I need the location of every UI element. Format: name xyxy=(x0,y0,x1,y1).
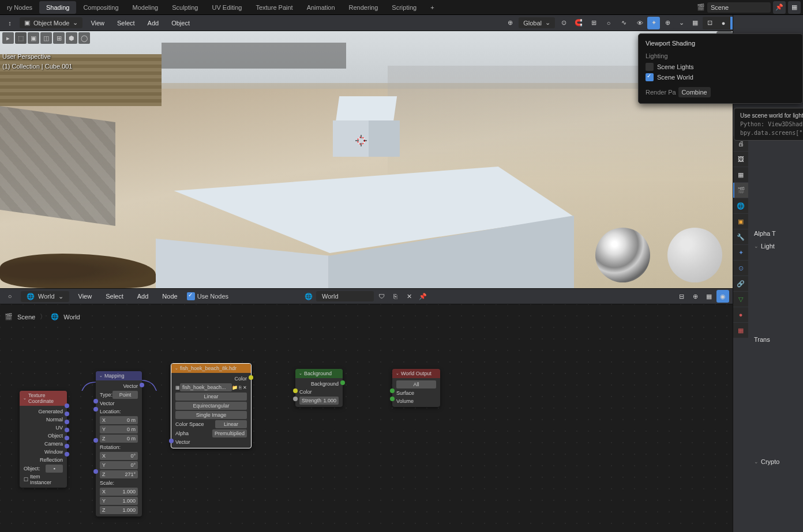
world-name-field[interactable]: World xyxy=(316,291,374,301)
visibility-icon[interactable]: 👁 xyxy=(633,17,646,29)
prop-tab-texture[interactable]: ▦ xyxy=(733,323,748,338)
select-invert-icon[interactable]: ◫ xyxy=(40,32,52,44)
editor-type-icon[interactable]: ↕ xyxy=(3,17,16,29)
node-menu-node[interactable]: Node xyxy=(157,291,182,301)
cube-large-selected[interactable] xyxy=(153,167,574,288)
prop-crypto[interactable]: ⌄Crypto xyxy=(752,455,800,468)
properties-tabs: 🖨 🖼 ▦ 🎬 🌐 ▣ 🔧 ✦ ⊙ 🔗 ▽ ● ▦ xyxy=(733,136,748,338)
unlink-world-icon[interactable]: ✕ xyxy=(403,290,415,303)
workspace-tab-sculpting[interactable]: Sculpting xyxy=(165,1,205,14)
prop-tab-viewlayer[interactable]: ▦ xyxy=(733,167,748,182)
prop-tab-data[interactable]: ▽ xyxy=(733,292,748,307)
workspace-tab-scripting[interactable]: Scripting xyxy=(385,1,423,14)
node-shading-icon[interactable]: ◉ xyxy=(716,290,729,303)
cursor-tool-icon[interactable]: ▸ xyxy=(2,32,14,44)
shading-wireframe[interactable]: ⊡ xyxy=(703,17,716,29)
node-mapping[interactable]: ⌄Mapping Vector Type:Point Vector Locati… xyxy=(96,371,142,516)
node-environment-texture[interactable]: ⌄fish_hoek_beach_8k.hdr Color ▦fish_hoek… xyxy=(171,363,252,448)
xray-icon[interactable]: ▦ xyxy=(689,17,701,29)
chevron-down-icon: ⌄ xyxy=(73,19,78,27)
menu-add[interactable]: Add xyxy=(143,18,164,28)
node-editor-type-icon[interactable]: ○ xyxy=(3,290,16,303)
prop-tab-material[interactable]: ● xyxy=(733,307,748,322)
select-lasso-icon[interactable]: ⬢ xyxy=(66,32,77,44)
selection-tools: ▸ ⬚ ▣ ◫ ⊞ ⬢ ◯ xyxy=(2,32,90,44)
workspace-tab-rendering[interactable]: Rendering xyxy=(342,1,385,14)
node-background[interactable]: ⌄Background Background Color Strength1.0… xyxy=(295,369,343,407)
shader-type-dropdown[interactable]: 🌐 World ⌄ xyxy=(21,291,69,302)
overlay-dd-icon[interactable]: ⌄ xyxy=(675,17,688,29)
gizmo-icon[interactable]: ✦ xyxy=(647,17,660,29)
node-menu-view[interactable]: View xyxy=(74,291,97,301)
pin-world-icon[interactable]: 🛡 xyxy=(375,290,388,303)
select-circle-icon[interactable]: ◯ xyxy=(78,32,90,44)
proportional-type-icon[interactable]: ∿ xyxy=(617,17,630,29)
prop-tab-output[interactable]: 🖼 xyxy=(733,152,748,167)
workspace-tabs-bar: ry NodesShadingCompositingModelingSculpt… xyxy=(0,0,803,15)
workspace-tab-modeling[interactable]: Modeling xyxy=(126,1,166,14)
snap-type-icon[interactable]: ⊞ xyxy=(587,17,600,29)
use-nodes-checkbox[interactable]: Use Nodes xyxy=(187,292,228,300)
overlay-icon[interactable]: ⊕ xyxy=(661,17,674,29)
workspace-tab-uv-editing[interactable]: UV Editing xyxy=(205,1,249,14)
pin-icon[interactable]: 📌 xyxy=(416,290,429,303)
world-icon: 🌐 xyxy=(27,293,35,300)
scene-lights-checkbox[interactable]: Scene Lights xyxy=(646,63,796,71)
3d-cursor-icon xyxy=(354,134,368,148)
node-overlay-icon[interactable]: ▦ xyxy=(703,290,715,303)
orientation-icon[interactable]: ⊕ xyxy=(504,17,516,29)
prop-tab-world[interactable]: 🌐 xyxy=(733,198,748,213)
scene-name-field[interactable]: Scene xyxy=(707,2,771,13)
scene-world-checkbox[interactable]: Scene World xyxy=(646,73,796,81)
menu-view[interactable]: View xyxy=(86,18,109,28)
lighting-section-label: Lighting xyxy=(646,52,796,59)
prop-tab-object[interactable]: ▣ xyxy=(733,214,748,229)
prop-tab-modifier[interactable]: 🔧 xyxy=(733,229,748,244)
cube-small[interactable] xyxy=(332,96,401,157)
pin-icon[interactable]: 📌 xyxy=(773,1,786,14)
add-workspace-button[interactable]: + xyxy=(423,1,441,14)
shading-solid[interactable]: ● xyxy=(716,17,730,29)
chevron-down-icon: ⌄ xyxy=(58,293,63,300)
mode-select[interactable]: ▣ Object Mode ⌄ xyxy=(20,17,82,28)
node-menu-add[interactable]: Add xyxy=(133,291,153,301)
prop-alpha[interactable]: Alpha T xyxy=(752,227,800,240)
snap-icon[interactable]: 🧲 xyxy=(572,17,585,29)
node-hide-icon[interactable]: ⊟ xyxy=(675,290,688,303)
chevron-down-icon: ⌄ xyxy=(545,19,550,27)
prop-light[interactable]: ⌄Light xyxy=(752,240,800,252)
prop-tab-particle[interactable]: ✦ xyxy=(733,245,748,260)
layer-icon[interactable]: ▦ xyxy=(788,1,801,14)
prop-tab-scene[interactable]: 🎬 xyxy=(733,183,748,198)
prop-trans[interactable]: Trans xyxy=(752,333,800,346)
new-world-icon[interactable]: ⎘ xyxy=(389,290,402,303)
select-all-icon[interactable]: ▣ xyxy=(28,32,39,44)
scene-icon: 🎬 xyxy=(697,3,705,11)
node-texture-coordinate[interactable]: ⌄Texture Coordinate Generated Normal UV … xyxy=(20,391,67,488)
world-browse-icon[interactable]: 🌐 xyxy=(302,290,315,303)
prop-tab-physics[interactable]: ⊙ xyxy=(733,261,748,276)
workspace-tab-animation[interactable]: Animation xyxy=(300,1,342,14)
orientation-select[interactable]: Global ⌄ xyxy=(519,17,555,28)
menu-select[interactable]: Select xyxy=(112,18,140,28)
workspace-tab-ry-nodes[interactable]: ry Nodes xyxy=(0,1,39,14)
viewport-info-overlay: User Perspective (1) Collection | Cube.0… xyxy=(2,52,72,71)
workspace-tab-shading[interactable]: Shading xyxy=(39,1,76,14)
pivot-icon[interactable]: ⊙ xyxy=(557,17,570,29)
menu-object[interactable]: Object xyxy=(167,18,194,28)
select-intersect-icon[interactable]: ⊞ xyxy=(53,32,65,44)
prop-tab-constraint[interactable]: 🔗 xyxy=(733,276,748,291)
viewport-shading-popover: Viewport Shading Lighting Scene Lights S… xyxy=(638,33,803,104)
node-menu-select[interactable]: Select xyxy=(101,291,128,301)
render-pass-dropdown[interactable]: Combine xyxy=(678,87,711,97)
select-box-icon[interactable]: ⬚ xyxy=(15,32,27,44)
viewport-header: ↕ ▣ Object Mode ⌄ View Select Add Object… xyxy=(0,15,803,31)
node-editor-canvas[interactable]: 🎬 Scene 〉 🌐 World ⌄Texture Coordinate Ge… xyxy=(0,304,733,532)
node-world-output[interactable]: ⌄World Output All Surface Volume xyxy=(392,369,440,407)
workspace-tab-compositing[interactable]: Compositing xyxy=(76,1,125,14)
node-snap-icon[interactable]: ⊕ xyxy=(689,290,701,303)
popover-title: Viewport Shading xyxy=(646,40,796,47)
world-icon: 🌐 xyxy=(51,313,59,320)
workspace-tab-texture-paint[interactable]: Texture Paint xyxy=(249,1,299,14)
proportional-icon[interactable]: ○ xyxy=(602,17,615,29)
